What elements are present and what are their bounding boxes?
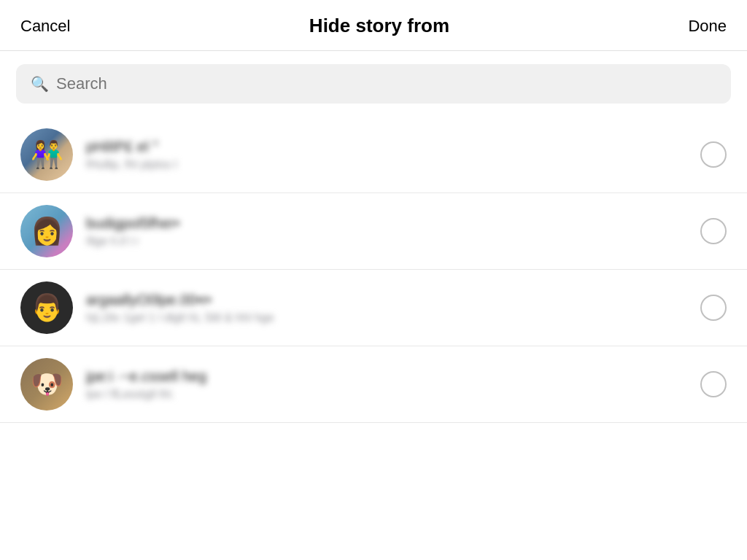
contact-sub: lpe l flLesstgll lhl. (86, 388, 687, 401)
contact-sub: fHullip, fhl plptss l (86, 158, 687, 171)
done-button[interactable]: Done (688, 17, 727, 36)
search-bar[interactable]: 🔍 (16, 64, 731, 104)
cancel-button[interactable]: Cancel (20, 17, 70, 36)
select-circle[interactable] (700, 218, 727, 244)
list-item[interactable]: argaallyO0lpe.00•r•hjL1llo 1gel 1 l dlgl… (0, 270, 747, 346)
contact-name: argaallyO0lpe.00•r• (86, 292, 687, 308)
page-title: Hide story from (309, 15, 449, 37)
contact-list: pHilIP£ el °fHullip, fhl plptss lbudigpo… (0, 117, 747, 423)
contact-name: pHilIP£ el ° (86, 139, 687, 155)
contact-sub: hjL1llo 1gel 1 l dlglt hL Sttl & hhl hge (86, 311, 687, 324)
header: Cancel Hide story from Done (0, 0, 747, 51)
contact-info: jpe:i ·~e.cssell heglpe l flLesstgll lhl… (86, 368, 687, 401)
contact-name: jpe:i ·~e.cssell heg (86, 368, 687, 385)
search-container: 🔍 (0, 51, 747, 117)
select-circle[interactable] (700, 295, 727, 321)
list-item[interactable]: budigpol5fher•Illge h.ll l r (0, 193, 747, 270)
search-input[interactable] (56, 74, 716, 93)
contact-sub: Illge h.ll l r (86, 235, 687, 248)
select-circle[interactable] (700, 371, 727, 397)
avatar (20, 205, 73, 257)
contact-info: budigpol5fher•Illge h.ll l r (86, 215, 687, 248)
contact-info: pHilIP£ el °fHullip, fhl plptss l (86, 139, 687, 171)
list-item[interactable]: jpe:i ·~e.cssell heglpe l flLesstgll lhl… (0, 346, 747, 423)
avatar (20, 281, 73, 334)
avatar (20, 358, 73, 411)
contact-info: argaallyO0lpe.00•r•hjL1llo 1gel 1 l dlgl… (86, 292, 687, 324)
list-item[interactable]: pHilIP£ el °fHullip, fhl plptss l (0, 117, 747, 193)
select-circle[interactable] (700, 141, 727, 168)
contact-name: budigpol5fher• (86, 215, 687, 232)
search-icon: 🔍 (31, 75, 49, 93)
avatar (20, 128, 73, 181)
